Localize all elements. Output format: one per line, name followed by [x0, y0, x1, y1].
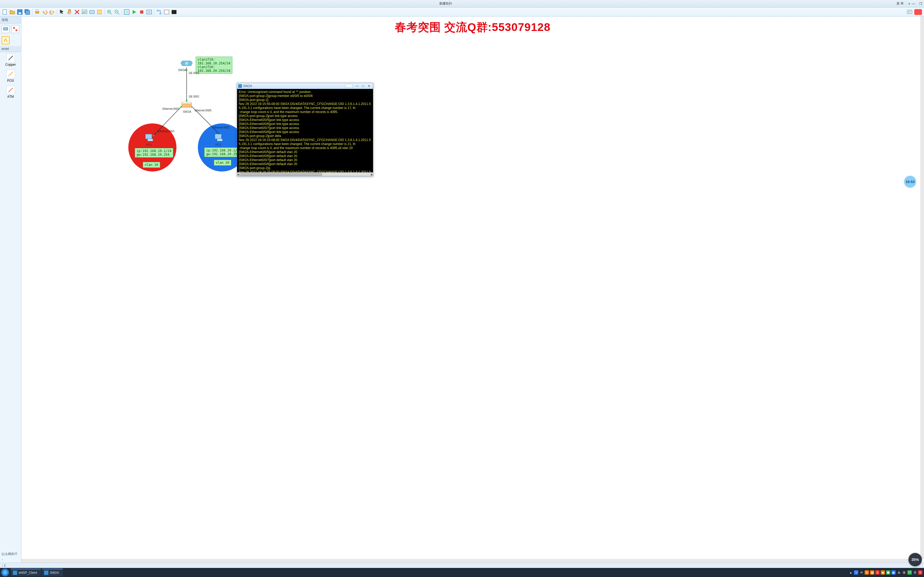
device-label-sw2a: SW2A: [183, 110, 191, 113]
tray-icon-7[interactable]: ◆: [881, 570, 885, 575]
tray-icon-1[interactable]: ▲: [849, 570, 853, 575]
svg-rect-18: [160, 12, 162, 15]
undo-icon[interactable]: [42, 9, 48, 15]
redo-icon[interactable]: [49, 9, 55, 15]
rect-annotate-icon[interactable]: [81, 9, 88, 15]
topology-canvas[interactable]: 春考突围 交流Q群:553079128 SW3A vlanif1: [21, 16, 924, 562]
terminal-title: SW2A: [243, 84, 252, 88]
sidebar-item-atm[interactable]: ATM: [0, 84, 21, 100]
port-pc1: Ethernet 0/0/1: [158, 130, 174, 133]
sidebar-item-copper[interactable]: Copper: [0, 52, 21, 68]
tray-ime-icon[interactable]: 英: [913, 570, 917, 575]
menu-button[interactable]: 菜 单: [892, 2, 908, 6]
svg-point-35: [185, 62, 188, 65]
terminal-task-icon: [44, 571, 48, 575]
system-tray: ▲ ツ ✉ S ▦ S ◆ ⬣ ◉ 🖧 🔇 🛡 英 S: [847, 570, 924, 575]
device-pc2[interactable]: [213, 133, 225, 142]
pointer-icon[interactable]: [59, 9, 65, 15]
text-icon[interactable]: [89, 9, 95, 15]
open-icon[interactable]: [9, 9, 16, 15]
terminal-app-icon: [238, 84, 242, 88]
message-icon[interactable]: [906, 9, 913, 15]
terminal-output[interactable]: Error: Unrecognized command found at '^'…: [237, 89, 373, 172]
palette-auto-link[interactable]: [2, 36, 10, 44]
sidebar-item-label: Copper: [5, 63, 16, 66]
minimize-button[interactable]: —: [910, 2, 917, 6]
titlebar: 新建拓扑 菜 单 ▾ — ❐: [0, 0, 924, 8]
device-pc1[interactable]: [144, 133, 156, 142]
start-button[interactable]: [1, 569, 9, 577]
terminal-maximize-button[interactable]: □: [360, 84, 366, 88]
maximize-button[interactable]: ❐: [917, 2, 924, 6]
saveall-icon[interactable]: [24, 9, 31, 15]
annot-sw3a: vlanif10: 192.168.10.254/24 vlanif20: 19…: [196, 56, 233, 74]
svg-rect-13: [126, 11, 128, 13]
align-icon[interactable]: [156, 9, 162, 15]
task-item-ensp[interactable]: eNSP_Client: [11, 569, 41, 576]
canvas-scrollbar-h[interactable]: [21, 559, 920, 562]
tray-volume-icon[interactable]: 🔇: [902, 570, 906, 575]
note-icon[interactable]: [96, 9, 103, 15]
svg-rect-22: [3, 27, 8, 30]
stop-icon[interactable]: [139, 9, 145, 15]
capture-icon[interactable]: [146, 9, 152, 15]
tray-shield-icon[interactable]: 🛡: [908, 570, 912, 575]
terminal-options-icon[interactable]: [345, 84, 353, 88]
tray-icon-9[interactable]: ◉: [892, 570, 896, 575]
svg-rect-19: [164, 10, 169, 14]
time-badge: 10:53: [904, 176, 916, 187]
zoom-in-icon[interactable]: [106, 9, 113, 15]
tray-icon-6[interactable]: S: [876, 570, 880, 575]
window-title: 新建拓扑: [439, 2, 452, 6]
save-icon[interactable]: [16, 9, 23, 15]
sidebar-item-label: ATM: [7, 95, 14, 98]
terminal-minimize-button[interactable]: —: [354, 84, 360, 88]
new-icon[interactable]: [2, 9, 8, 15]
sidebar-section-ethernet: ernet: [0, 46, 21, 52]
terminal-titlebar[interactable]: SW2A — □ ✕: [237, 83, 373, 89]
device-label-pc2: PC2: [215, 143, 221, 147]
svg-rect-38: [145, 134, 152, 139]
sidebar-description: 以太网和千 。: [0, 550, 21, 562]
svg-rect-44: [13, 571, 17, 575]
svg-rect-8: [90, 10, 94, 14]
hand-icon[interactable]: [66, 9, 73, 15]
play-icon[interactable]: [131, 9, 137, 15]
dark-icon[interactable]: [171, 9, 177, 15]
terminal-scrollbar-h[interactable]: ◂▸: [237, 172, 373, 176]
tray-icon-5[interactable]: ▦: [870, 570, 874, 575]
terminal-close-button[interactable]: ✕: [366, 84, 372, 88]
print-icon[interactable]: [34, 9, 40, 15]
tray-icon-8[interactable]: ⬣: [886, 570, 890, 575]
svg-rect-5: [35, 11, 39, 14]
delete-icon[interactable]: [74, 9, 80, 15]
tray-icon-2[interactable]: ツ: [854, 570, 858, 575]
device-label-sw3a: SW3A: [178, 68, 186, 72]
svg-rect-42: [238, 84, 242, 88]
task-item-sw2a[interactable]: SW2A: [42, 569, 63, 576]
svg-rect-24: [16, 29, 18, 31]
device-sw2a[interactable]: [181, 100, 192, 110]
palette-device-1[interactable]: [2, 25, 10, 33]
terminal-window[interactable]: SW2A — □ ✕ Error: Unrecognized command f…: [237, 83, 373, 176]
task-item-label: SW2A: [50, 571, 59, 575]
toolbar: [0, 8, 924, 16]
palette-device-2[interactable]: [11, 25, 19, 33]
tray-network-icon[interactable]: 🖧: [897, 570, 901, 575]
annot-vlan10: vlan 10: [143, 162, 160, 168]
svg-rect-41: [217, 139, 223, 141]
zoom-out-icon[interactable]: [114, 9, 120, 15]
svg-rect-9: [98, 10, 102, 14]
tray-icon-4[interactable]: S: [865, 570, 869, 575]
fit-icon[interactable]: [124, 9, 130, 15]
sidebar-item-pos[interactable]: POS: [0, 68, 21, 84]
tray-icon-3[interactable]: ✉: [859, 570, 864, 575]
tray-icon-10[interactable]: S: [918, 570, 922, 575]
device-sw3a[interactable]: [181, 59, 192, 68]
port-sw2a-up: GE 0/0/1: [189, 95, 199, 98]
window-icon[interactable]: [163, 9, 170, 15]
svg-rect-0: [3, 10, 7, 15]
percent-badge: 35%: [908, 553, 922, 566]
canvas-scrollbar-v[interactable]: [920, 16, 924, 559]
svg-rect-23: [13, 27, 15, 29]
